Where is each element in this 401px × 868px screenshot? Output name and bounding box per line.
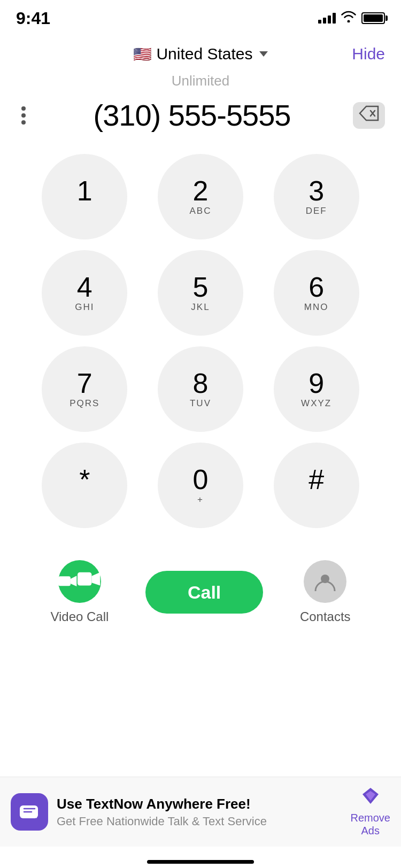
dialpad: 1 2 ABC 3 DEF 4 GHI 5 JKL 6 MNO 7 PQRS 8… (0, 143, 401, 539)
hide-button[interactable]: Hide (352, 45, 385, 63)
status-icons (318, 11, 385, 26)
dial-button-3[interactable]: 3 DEF (274, 154, 359, 239)
diamond-icon (361, 787, 380, 809)
header: 🇺🇸 United States Hide (0, 29, 401, 68)
video-call-label: Video Call (50, 609, 109, 624)
video-call-action[interactable]: Video Call (50, 560, 109, 624)
dot (21, 113, 26, 118)
phone-number-display: (310) 555-5555 (31, 98, 353, 133)
more-options-button[interactable] (16, 101, 31, 130)
country-flag: 🇺🇸 (133, 45, 152, 63)
country-selector[interactable]: 🇺🇸 United States (133, 45, 267, 63)
video-call-icon-circle (58, 560, 101, 603)
wifi-icon (341, 11, 356, 26)
dial-button-9[interactable]: 9 WXYZ (274, 346, 359, 432)
dial-button-7[interactable]: 7 PQRS (42, 346, 127, 432)
dial-button-2[interactable]: 2 ABC (158, 154, 243, 239)
dial-button-6[interactable]: 6 MNO (274, 250, 359, 336)
remove-ads-button[interactable]: RemoveAds (351, 787, 390, 837)
backspace-button[interactable] (353, 102, 385, 129)
phone-number-row: (310) 555-5555 (0, 98, 401, 133)
ad-subtitle: Get Free Nationwide Talk & Text Service (57, 815, 267, 828)
video-call-icon (78, 570, 101, 593)
dial-button-8[interactable]: 8 TUV (158, 346, 243, 432)
contacts-label: Contacts (300, 609, 351, 624)
battery-icon (361, 12, 385, 24)
dial-button-4[interactable]: 4 GHI (42, 250, 127, 336)
backspace-icon (359, 105, 379, 125)
status-time: 9:41 (16, 9, 50, 28)
contacts-icon-circle (304, 560, 346, 603)
ad-app-icon (11, 793, 48, 831)
contacts-action[interactable]: Contacts (300, 560, 351, 624)
ad-text-block: Use TextNow Anywhere Free! Get Free Nati… (57, 796, 267, 828)
ad-banner: Use TextNow Anywhere Free! Get Free Nati… (0, 777, 401, 847)
ad-title: Use TextNow Anywhere Free! (57, 796, 267, 812)
call-button[interactable]: Call (145, 571, 263, 614)
ad-left: Use TextNow Anywhere Free! Get Free Nati… (11, 793, 267, 831)
action-bar: Video Call Call Contacts (0, 544, 401, 635)
chevron-down-icon (259, 51, 268, 57)
svg-rect-2 (59, 577, 70, 585)
remove-ads-label: RemoveAds (351, 811, 390, 837)
dot (21, 120, 26, 125)
dial-button-0[interactable]: 0 + (158, 443, 243, 528)
dial-button-1[interactable]: 1 (42, 154, 127, 239)
status-bar: 9:41 (0, 0, 401, 29)
plan-label: Unlimited (0, 73, 401, 89)
home-indicator (147, 860, 254, 864)
svg-rect-3 (78, 572, 91, 586)
dial-button-hash[interactable]: # (274, 443, 359, 528)
dot (21, 106, 26, 111)
country-name: United States (156, 45, 252, 63)
dial-button-star[interactable]: * (42, 443, 127, 528)
signal-bars-icon (318, 13, 336, 24)
dial-button-5[interactable]: 5 JKL (158, 250, 243, 336)
